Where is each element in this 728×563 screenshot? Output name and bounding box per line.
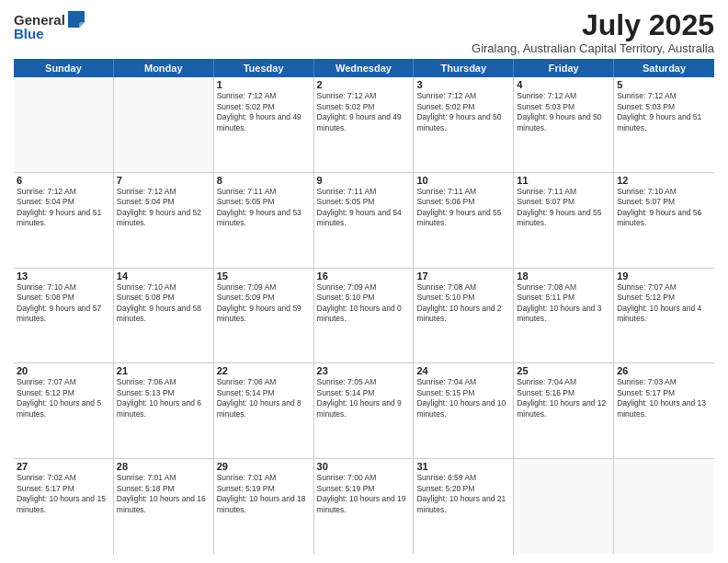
day-cell-16: 16Sunrise: 7:09 AM Sunset: 5:10 PM Dayli…: [314, 269, 415, 363]
day-cell-18: 18Sunrise: 7:08 AM Sunset: 5:11 PM Dayli…: [514, 269, 614, 363]
day-number: 25: [517, 365, 610, 376]
day-cell-6: 6Sunrise: 7:12 AM Sunset: 5:04 PM Daylig…: [14, 173, 114, 268]
day-cell-31: 31Sunrise: 6:59 AM Sunset: 5:20 PM Dayli…: [414, 459, 514, 554]
day-number: 27: [17, 461, 110, 472]
day-info: Sunrise: 7:10 AM Sunset: 5:08 PM Dayligh…: [17, 282, 110, 325]
day-cell-15: 15Sunrise: 7:09 AM Sunset: 5:09 PM Dayli…: [214, 269, 314, 363]
day-info: Sunrise: 7:07 AM Sunset: 5:12 PM Dayligh…: [617, 282, 711, 325]
day-cell-9: 9Sunrise: 7:11 AM Sunset: 5:05 PM Daylig…: [314, 173, 415, 268]
day-cell-25: 25Sunrise: 7:04 AM Sunset: 5:16 PM Dayli…: [514, 363, 614, 458]
header-day-saturday: Saturday: [614, 59, 714, 77]
day-cell-1: 1Sunrise: 7:12 AM Sunset: 5:02 PM Daylig…: [214, 77, 314, 172]
day-number: 21: [117, 365, 210, 376]
logo-icon: [66, 9, 86, 29]
week-row-5: 27Sunrise: 7:02 AM Sunset: 5:17 PM Dayli…: [14, 459, 714, 554]
day-info: Sunrise: 7:08 AM Sunset: 5:11 PM Dayligh…: [517, 282, 610, 325]
day-cell-28: 28Sunrise: 7:01 AM Sunset: 5:18 PM Dayli…: [114, 459, 214, 554]
header-day-monday: Monday: [114, 59, 214, 77]
week-row-3: 13Sunrise: 7:10 AM Sunset: 5:08 PM Dayli…: [14, 269, 714, 364]
day-cell-3: 3Sunrise: 7:12 AM Sunset: 5:02 PM Daylig…: [414, 77, 514, 172]
day-info: Sunrise: 7:04 AM Sunset: 5:15 PM Dayligh…: [416, 377, 510, 419]
day-number: 18: [517, 270, 610, 282]
day-info: Sunrise: 7:10 AM Sunset: 5:08 PM Dayligh…: [117, 282, 210, 325]
day-info: Sunrise: 7:09 AM Sunset: 5:09 PM Dayligh…: [217, 282, 311, 325]
day-number: 11: [517, 175, 610, 186]
day-info: Sunrise: 7:09 AM Sunset: 5:10 PM Dayligh…: [317, 282, 411, 325]
day-info: Sunrise: 7:12 AM Sunset: 5:02 PM Dayligh…: [217, 91, 311, 133]
day-cell-7: 7Sunrise: 7:12 AM Sunset: 5:04 PM Daylig…: [114, 173, 214, 268]
day-cell-20: 20Sunrise: 7:07 AM Sunset: 5:12 PM Dayli…: [14, 363, 114, 458]
page: General Blue July 2025 Giralang, Austral…: [0, 0, 728, 563]
day-info: Sunrise: 7:11 AM Sunset: 5:07 PM Dayligh…: [517, 187, 610, 229]
day-cell-17: 17Sunrise: 7:08 AM Sunset: 5:10 PM Dayli…: [414, 269, 514, 363]
svg-marker-0: [68, 11, 85, 28]
day-number: 23: [317, 365, 411, 376]
header-day-thursday: Thursday: [414, 59, 514, 77]
week-row-2: 6Sunrise: 7:12 AM Sunset: 5:04 PM Daylig…: [14, 173, 714, 269]
day-info: Sunrise: 7:11 AM Sunset: 5:05 PM Dayligh…: [317, 187, 411, 229]
subtitle: Giralang, Australian Capital Territory, …: [472, 41, 714, 55]
day-cell-5: 5Sunrise: 7:12 AM Sunset: 5:03 PM Daylig…: [614, 77, 714, 172]
logo-general: General: [14, 12, 65, 28]
day-info: Sunrise: 7:02 AM Sunset: 5:17 PM Dayligh…: [17, 473, 110, 515]
day-cell-19: 19Sunrise: 7:07 AM Sunset: 5:12 PM Dayli…: [614, 269, 714, 363]
day-number: 22: [217, 365, 311, 376]
day-info: Sunrise: 7:06 AM Sunset: 5:14 PM Dayligh…: [217, 377, 311, 419]
day-number: 30: [317, 461, 411, 472]
day-cell-11: 11Sunrise: 7:11 AM Sunset: 5:07 PM Dayli…: [514, 173, 614, 268]
day-info: Sunrise: 7:12 AM Sunset: 5:02 PM Dayligh…: [416, 91, 510, 133]
day-info: Sunrise: 6:59 AM Sunset: 5:20 PM Dayligh…: [416, 473, 510, 515]
day-cell-29: 29Sunrise: 7:01 AM Sunset: 5:19 PM Dayli…: [214, 459, 314, 554]
day-cell-22: 22Sunrise: 7:06 AM Sunset: 5:14 PM Dayli…: [214, 363, 314, 458]
day-cell-30: 30Sunrise: 7:00 AM Sunset: 5:19 PM Dayli…: [314, 459, 415, 554]
day-info: Sunrise: 7:11 AM Sunset: 5:05 PM Dayligh…: [217, 187, 311, 229]
week-row-1: 1Sunrise: 7:12 AM Sunset: 5:02 PM Daylig…: [14, 77, 714, 173]
day-number: 9: [317, 175, 411, 186]
day-cell-21: 21Sunrise: 7:06 AM Sunset: 5:13 PM Dayli…: [114, 363, 214, 458]
calendar-body: 1Sunrise: 7:12 AM Sunset: 5:02 PM Daylig…: [14, 77, 714, 554]
day-cell-10: 10Sunrise: 7:11 AM Sunset: 5:06 PM Dayli…: [414, 173, 514, 268]
day-number: 28: [117, 461, 210, 472]
day-number: 7: [117, 175, 210, 186]
day-cell-8: 8Sunrise: 7:11 AM Sunset: 5:05 PM Daylig…: [214, 173, 314, 268]
day-info: Sunrise: 7:08 AM Sunset: 5:10 PM Dayligh…: [416, 282, 510, 325]
empty-cell: [14, 77, 114, 172]
calendar: SundayMondayTuesdayWednesdayThursdayFrid…: [14, 59, 714, 554]
week-row-4: 20Sunrise: 7:07 AM Sunset: 5:12 PM Dayli…: [14, 363, 714, 459]
day-number: 13: [17, 270, 110, 282]
header-day-friday: Friday: [514, 59, 614, 77]
day-number: 31: [416, 461, 510, 472]
day-info: Sunrise: 7:05 AM Sunset: 5:14 PM Dayligh…: [317, 377, 411, 419]
day-number: 4: [517, 79, 610, 90]
day-number: 6: [17, 175, 110, 186]
day-number: 3: [416, 79, 510, 90]
day-info: Sunrise: 7:12 AM Sunset: 5:03 PM Dayligh…: [617, 91, 711, 133]
day-number: 5: [617, 79, 711, 90]
day-cell-27: 27Sunrise: 7:02 AM Sunset: 5:17 PM Dayli…: [14, 459, 114, 554]
day-cell-2: 2Sunrise: 7:12 AM Sunset: 5:02 PM Daylig…: [314, 77, 415, 172]
logo: General Blue: [14, 9, 86, 41]
day-info: Sunrise: 7:04 AM Sunset: 5:16 PM Dayligh…: [517, 377, 610, 419]
day-info: Sunrise: 7:03 AM Sunset: 5:17 PM Dayligh…: [617, 377, 711, 419]
empty-cell: [114, 77, 214, 172]
day-number: 26: [617, 365, 711, 376]
day-cell-12: 12Sunrise: 7:10 AM Sunset: 5:07 PM Dayli…: [614, 173, 714, 268]
title-section: July 2025 Giralang, Australian Capital T…: [472, 9, 714, 55]
day-number: 14: [117, 270, 210, 282]
day-number: 8: [217, 175, 311, 186]
day-number: 20: [17, 365, 110, 376]
empty-cell: [614, 459, 714, 554]
day-number: 29: [217, 461, 311, 472]
day-cell-23: 23Sunrise: 7:05 AM Sunset: 5:14 PM Dayli…: [314, 363, 415, 458]
day-number: 12: [617, 175, 711, 186]
day-info: Sunrise: 7:01 AM Sunset: 5:19 PM Dayligh…: [217, 473, 311, 515]
month-title: July 2025: [472, 9, 714, 41]
day-info: Sunrise: 7:11 AM Sunset: 5:06 PM Dayligh…: [416, 187, 510, 229]
day-info: Sunrise: 7:01 AM Sunset: 5:18 PM Dayligh…: [117, 473, 210, 515]
day-info: Sunrise: 7:12 AM Sunset: 5:04 PM Dayligh…: [17, 187, 110, 229]
header-day-sunday: Sunday: [14, 59, 114, 77]
day-cell-4: 4Sunrise: 7:12 AM Sunset: 5:03 PM Daylig…: [514, 77, 614, 172]
day-number: 16: [317, 270, 411, 282]
header-day-wednesday: Wednesday: [314, 59, 415, 77]
day-cell-26: 26Sunrise: 7:03 AM Sunset: 5:17 PM Dayli…: [614, 363, 714, 458]
